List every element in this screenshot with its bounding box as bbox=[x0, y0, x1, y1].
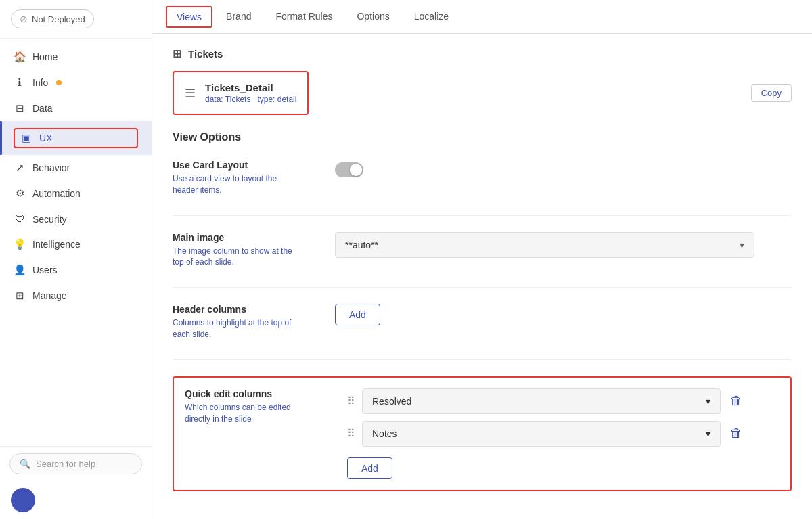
quick-edit-row: Quick edit columns Which columns can be … bbox=[185, 388, 780, 479]
main-image-control: **auto** ▾ bbox=[335, 232, 792, 258]
section-header: ⊞ Tickets bbox=[173, 47, 792, 60]
quick-edit-section: Quick edit columns Which columns can be … bbox=[173, 376, 792, 491]
nav-label-intelligence: Intelligence bbox=[32, 239, 81, 250]
header-columns-control: Add bbox=[335, 304, 792, 325]
nav-label-security: Security bbox=[32, 214, 67, 225]
delete-resolved-button[interactable]: 🗑 bbox=[727, 391, 745, 411]
resolved-select[interactable]: Resolved ▾ bbox=[362, 388, 721, 414]
quick-edit-label: Quick edit columns bbox=[185, 388, 347, 399]
nav-icon-users: 👤 bbox=[14, 264, 26, 276]
option-card-layout: Use Card Layout Use a card view to layou… bbox=[173, 160, 792, 196]
search-box[interactable]: 🔍 Search for help bbox=[9, 453, 142, 474]
notes-value: Notes bbox=[372, 428, 397, 439]
quick-edit-controls: ⠿ Resolved ▾ 🗑 ⠿ Notes ▾ bbox=[347, 388, 780, 479]
nav-icon-security: 🛡 bbox=[14, 213, 26, 225]
drag-handle-resolved[interactable]: ⠿ bbox=[347, 394, 355, 407]
search-icon: 🔍 bbox=[20, 459, 30, 469]
option-header-columns: Header columns Columns to highlight at t… bbox=[173, 304, 792, 340]
tab-views[interactable]: Views bbox=[166, 6, 212, 28]
option-label-col-image: Main image The image column to show at t… bbox=[173, 232, 335, 269]
sidebar-item-data[interactable]: ⊟ Data bbox=[0, 95, 152, 121]
view-card-icon: ☰ bbox=[185, 86, 196, 101]
nav-label-behavior: Behavior bbox=[32, 162, 70, 173]
chevron-down-icon: ▾ bbox=[706, 396, 710, 407]
main-image-select[interactable]: **auto** ▾ bbox=[335, 232, 754, 258]
nav-icon-data: ⊟ bbox=[14, 102, 26, 114]
sidebar-item-automation[interactable]: ⚙ Automation bbox=[0, 181, 152, 206]
notes-select[interactable]: Notes ▾ bbox=[362, 421, 721, 447]
drag-handle-notes[interactable]: ⠿ bbox=[347, 427, 355, 440]
nav-icon-behavior: ↗ bbox=[14, 162, 26, 174]
sidebar-item-intelligence[interactable]: 💡 Intelligence bbox=[0, 231, 152, 257]
card-layout-control bbox=[335, 160, 792, 177]
delete-notes-button[interactable]: 🗑 bbox=[727, 424, 745, 443]
card-layout-label: Use Card Layout bbox=[173, 160, 335, 171]
main-area: ViewsBrandFormat RulesOptionsLocalize ⊞ … bbox=[152, 0, 812, 519]
view-options-title: View Options bbox=[173, 131, 792, 143]
nav-label-automation: Automation bbox=[32, 188, 81, 199]
nav-label-users: Users bbox=[32, 265, 58, 275]
view-card-body: Tickets_Detail data: Tickets type: detai… bbox=[205, 82, 296, 104]
quick-edit-add-button[interactable]: Add bbox=[347, 457, 392, 479]
view-card-meta: data: Tickets type: detail bbox=[205, 95, 296, 104]
chevron-down-icon: ▾ bbox=[706, 428, 710, 439]
not-deployed-label: Not Deployed bbox=[32, 14, 85, 24]
sidebar-item-info[interactable]: ℹ Info bbox=[0, 70, 152, 95]
not-deployed-icon: ⊘ bbox=[20, 14, 28, 24]
tab-options[interactable]: Options bbox=[346, 0, 400, 33]
nav-icon-home: 🏠 bbox=[14, 51, 26, 63]
sidebar: ⊘ Not Deployed 🏠 Home ℹ Info ⊟ Data ▣ UX bbox=[0, 0, 152, 519]
tab-brand[interactable]: Brand bbox=[215, 0, 262, 33]
quick-edit-row-notes: ⠿ Notes ▾ 🗑 bbox=[347, 421, 780, 447]
header-columns-label: Header columns bbox=[173, 304, 335, 315]
copy-label: Copy bbox=[761, 88, 782, 98]
sidebar-nav: 🏠 Home ℹ Info ⊟ Data ▣ UX ↗ Behavior bbox=[0, 39, 152, 446]
nav-label-info: Info bbox=[32, 77, 48, 88]
meta-type-label: type: bbox=[257, 95, 275, 104]
nav-label-data: Data bbox=[32, 103, 53, 114]
view-card[interactable]: ☰ Tickets_Detail data: Tickets type: det… bbox=[173, 71, 309, 115]
nav-label-home: Home bbox=[32, 51, 58, 62]
sidebar-top: ⊘ Not Deployed bbox=[0, 0, 152, 39]
nav-icon-ux: ▣ bbox=[20, 132, 32, 144]
copy-button[interactable]: Copy bbox=[751, 84, 792, 102]
card-layout-toggle[interactable] bbox=[335, 162, 363, 177]
quick-add-label: Add bbox=[361, 463, 378, 474]
meta-type-value: detail bbox=[277, 95, 297, 104]
sidebar-item-home[interactable]: 🏠 Home bbox=[0, 44, 152, 70]
sidebar-item-users[interactable]: 👤 Users bbox=[0, 257, 152, 283]
resolved-value: Resolved bbox=[372, 396, 411, 407]
view-card-title: Tickets_Detail bbox=[205, 82, 296, 93]
sidebar-item-security[interactable]: 🛡 Security bbox=[0, 206, 152, 231]
quick-edit-desc: Which columns can be editeddirectly in t… bbox=[185, 402, 347, 425]
nav-icon-automation: ⚙ bbox=[14, 187, 26, 200]
not-deployed-button[interactable]: ⊘ Not Deployed bbox=[11, 9, 94, 28]
avatar[interactable] bbox=[11, 488, 35, 512]
header-columns-add-button[interactable]: Add bbox=[335, 304, 380, 325]
option-label-col-header: Header columns Columns to highlight at t… bbox=[173, 304, 335, 340]
tab-format_rules[interactable]: Format Rules bbox=[265, 0, 343, 33]
meta-data-label: data: bbox=[205, 95, 223, 104]
sidebar-search-area: 🔍 Search for help bbox=[0, 446, 152, 484]
option-label-col-card: Use Card Layout Use a card view to layou… bbox=[173, 160, 335, 196]
tab-localize[interactable]: Localize bbox=[403, 0, 459, 33]
nav-icon-info: ℹ bbox=[14, 76, 26, 89]
main-image-desc: The image column to show at thetop of ea… bbox=[173, 246, 335, 269]
section-title: Tickets bbox=[188, 48, 223, 60]
main-image-value: **auto** bbox=[345, 240, 378, 250]
sidebar-item-manage[interactable]: ⊞ Manage bbox=[0, 283, 152, 309]
content-area: ⊞ Tickets ☰ Tickets_Detail data: Tickets… bbox=[152, 34, 812, 519]
nav-label-ux: UX bbox=[39, 133, 52, 143]
meta-data-value: Tickets bbox=[225, 95, 251, 104]
sidebar-item-ux[interactable]: ▣ UX bbox=[0, 121, 152, 155]
header-columns-desc: Columns to highlight at the top ofeach s… bbox=[173, 317, 335, 340]
top-nav: ViewsBrandFormat RulesOptionsLocalize bbox=[152, 0, 812, 34]
sidebar-item-behavior[interactable]: ↗ Behavior bbox=[0, 155, 152, 181]
quick-edit-row-resolved: ⠿ Resolved ▾ 🗑 bbox=[347, 388, 780, 414]
main-image-label: Main image bbox=[173, 232, 335, 243]
notification-dot bbox=[56, 80, 62, 85]
nav-label-manage: Manage bbox=[32, 290, 67, 301]
search-placeholder: Search for help bbox=[36, 459, 95, 469]
nav-icon-manage: ⊞ bbox=[14, 290, 26, 302]
chevron-down-icon: ▾ bbox=[740, 240, 744, 250]
